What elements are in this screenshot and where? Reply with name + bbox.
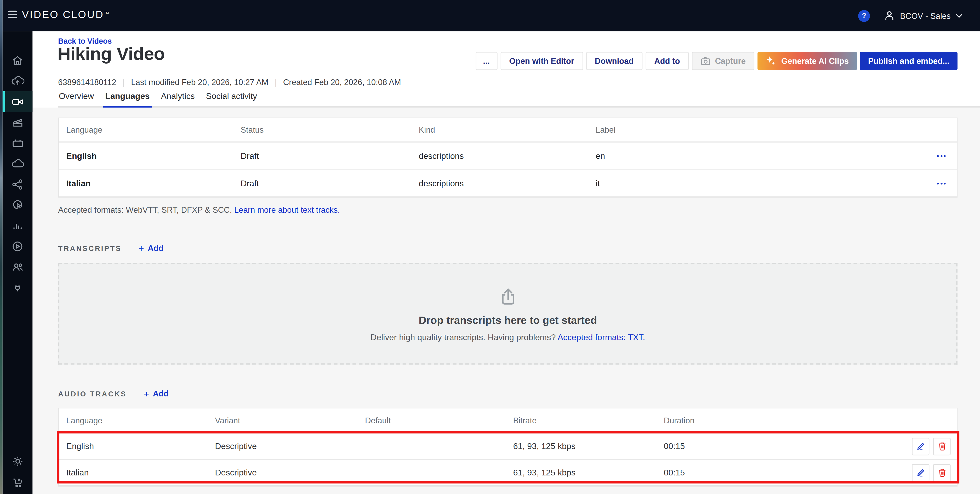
sidebar-item-syndication[interactable] (3, 174, 33, 195)
plug-icon (11, 281, 24, 293)
audio-language: Italian (66, 468, 215, 477)
learn-more-link[interactable]: Learn more about text tracks. (234, 205, 340, 215)
audio-bitrate: 61, 93, 125 kbps (513, 441, 663, 451)
cloud-icon (11, 157, 24, 170)
upload-cloud-icon (11, 75, 24, 88)
created-date: Created Feb 20, 2026, 10:08 AM (283, 77, 401, 87)
column-header-language: Language (66, 416, 215, 425)
open-with-editor-button[interactable]: Open with Editor (500, 52, 583, 70)
column-header-language: Language (66, 125, 240, 134)
play-circle-icon (11, 240, 24, 252)
sidebar-item-marketplace[interactable] (3, 472, 33, 492)
audio-track-row-english: English Descriptive 61, 93, 125 kbps 00:… (59, 433, 957, 459)
audio-tracks-header-row: Language Variant Default Bitrate Duratio… (59, 408, 957, 433)
audio-duration: 00:15 (664, 468, 912, 477)
sidebar-item-cloud[interactable] (3, 153, 33, 174)
download-button[interactable]: Download (586, 52, 642, 70)
languages-tab-content: Language Status Kind Label English Draft… (58, 108, 958, 494)
plus-icon: + (143, 389, 149, 398)
audio-tracks-section-header: AUDIO TRACKS + Add (58, 389, 169, 398)
cart-icon (11, 476, 24, 488)
user-icon (884, 10, 895, 21)
add-transcript-button[interactable]: + Add (138, 243, 164, 253)
capture-button[interactable]: Capture (692, 52, 754, 70)
sidebar-item-audience[interactable] (3, 257, 33, 277)
sidebar-item-integrations[interactable] (3, 277, 33, 298)
generate-ai-clips-button[interactable]: Generate AI Clips (757, 52, 857, 70)
text-track-row-english: English Draft descriptions en (59, 141, 957, 169)
navbar-right: ? BCOV - Sales (858, 0, 963, 31)
transcript-dropzone[interactable]: Drop transcripts here to get started Del… (58, 263, 958, 365)
column-header-default: Default (365, 416, 513, 425)
row-actions (912, 464, 957, 481)
action-toolbar: ... Open with Editor Download Add to Cap… (476, 52, 958, 70)
audience-icon (11, 261, 24, 273)
audio-variant: Descriptive (215, 441, 365, 451)
sidebar-item-interactivity[interactable] (3, 194, 33, 215)
audio-tracks-label: AUDIO TRACKS (58, 390, 127, 397)
audio-bitrate: 61, 93, 125 kbps (513, 468, 663, 477)
dropzone-title: Drop transcripts here to get started (418, 314, 597, 327)
tv-icon (11, 137, 24, 149)
chevron-down-icon (956, 13, 963, 18)
camera-icon (700, 56, 710, 65)
sidebar-item-players[interactable] (3, 236, 33, 257)
track-kind: descriptions (419, 178, 596, 188)
edit-track-button[interactable] (912, 438, 929, 455)
audio-tracks-table: Language Variant Default Bitrate Duratio… (58, 408, 958, 486)
row-menu-button[interactable] (922, 182, 957, 184)
app-logo: VIDEO CLOUDTM (22, 9, 109, 21)
sidebar-item-settings[interactable] (3, 451, 33, 472)
hamburger-menu-icon[interactable] (8, 11, 17, 20)
sidebar-item-media[interactable] (3, 91, 33, 112)
tab-languages[interactable]: Languages (105, 91, 150, 108)
accepted-formats-link[interactable]: Accepted formats: TXT. (558, 332, 645, 342)
row-menu-button[interactable] (922, 155, 957, 157)
delete-icon (937, 468, 947, 477)
sidebar-item-home[interactable] (3, 50, 33, 71)
upload-tray-icon (496, 285, 519, 308)
background-image-strip (0, 0, 3, 494)
video-camera-icon (11, 96, 24, 108)
add-audio-track-button[interactable]: + Add (143, 389, 169, 398)
column-header-label: Label (596, 125, 922, 134)
meta-separator: | (275, 77, 277, 87)
delete-track-button[interactable] (933, 464, 951, 481)
video-cloud-app: VIDEO CLOUDTM ? BCOV - Sales (0, 0, 980, 494)
text-tracks-table: Language Status Kind Label English Draft… (58, 118, 958, 197)
top-navbar: VIDEO CLOUDTM ? BCOV - Sales (3, 0, 980, 31)
bar-chart-icon (11, 219, 24, 232)
delete-icon (937, 441, 947, 451)
delete-track-button[interactable] (933, 438, 951, 455)
main-content: Back to Videos Hiking Video 638961418011… (32, 31, 980, 494)
row-actions (912, 438, 957, 455)
clapperboard-icon (11, 116, 24, 129)
tabs-divider (58, 105, 980, 108)
sidebar-item-ott[interactable] (3, 133, 33, 153)
sidebar-item-analytics[interactable] (3, 215, 33, 236)
edit-track-button[interactable] (912, 464, 929, 481)
track-language: English (66, 151, 240, 160)
text-track-row-italian: Italian Draft descriptions it (59, 169, 957, 196)
video-header: Back to Videos Hiking Video 638961418011… (32, 31, 980, 108)
audio-language: English (66, 441, 215, 451)
more-actions-button[interactable]: ... (476, 52, 497, 70)
column-header-duration: Duration (664, 416, 912, 425)
column-header-kind: Kind (419, 125, 596, 134)
track-status: Draft (240, 178, 418, 188)
share-nodes-icon (11, 178, 24, 190)
add-to-button[interactable]: Add to (646, 52, 689, 70)
sidebar-item-upload[interactable] (3, 71, 33, 91)
last-modified: Last modified Feb 20, 2026, 10:27 AM (131, 77, 268, 87)
page-title: Hiking Video (57, 44, 165, 64)
text-tracks-header-row: Language Status Kind Label (59, 118, 957, 141)
track-label: en (596, 151, 922, 160)
sidebar-item-playlists[interactable] (3, 112, 33, 133)
dropzone-subtext: Deliver high quality transcripts. Having… (371, 332, 645, 342)
help-icon[interactable]: ? (858, 10, 870, 21)
meta-separator: | (123, 77, 125, 87)
column-header-status: Status (240, 125, 418, 134)
account-menu[interactable]: BCOV - Sales (884, 10, 963, 21)
track-language: Italian (66, 178, 240, 188)
publish-and-embed-button[interactable]: Publish and embed... (860, 52, 958, 70)
